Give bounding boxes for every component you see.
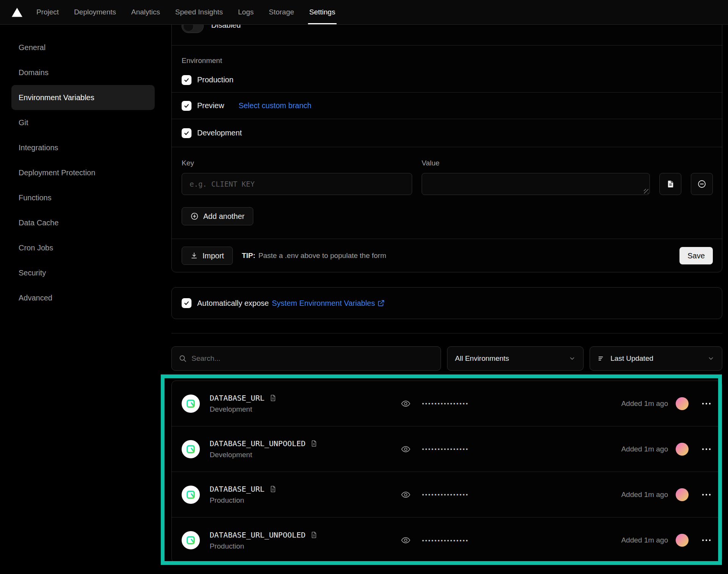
nav-tab-storage[interactable]: Storage [269, 0, 294, 24]
system-env-link-label: System Environment Variables [272, 299, 375, 308]
preview-checkbox[interactable] [182, 101, 191, 111]
row-menu-button[interactable] [699, 491, 714, 499]
sort-dropdown[interactable]: Last Updated [590, 346, 722, 371]
reveal-eye-icon[interactable] [400, 490, 411, 500]
variable-name-cell: DATABASE_URL_UNPOOLED Production [210, 530, 400, 550]
reveal-eye-icon[interactable] [400, 399, 411, 409]
nav-tab-project[interactable]: Project [36, 0, 59, 24]
environment-row-development: Development [172, 119, 723, 147]
ellipsis-icon [701, 448, 711, 451]
environment-variables-panel: Disabled Environment Production Preview … [171, 0, 723, 574]
note-icon[interactable] [310, 531, 318, 539]
masked-value: ••••••••••••••• [422, 446, 469, 452]
value-input[interactable] [422, 173, 650, 195]
minus-circle-icon [697, 179, 706, 189]
check-icon [184, 103, 190, 109]
search-input[interactable] [191, 354, 434, 363]
table-row: DATABASE_URL Production ••••••••••••••• … [172, 472, 722, 517]
neon-integration-icon [182, 395, 200, 413]
nav-tab-speed-insights[interactable]: Speed Insights [175, 0, 223, 24]
reveal-eye-icon[interactable] [400, 444, 411, 454]
sidebar-item-security[interactable]: Security [11, 260, 155, 285]
remove-row-button[interactable] [691, 173, 713, 195]
variable-environment: Production [210, 496, 400, 505]
variables-table: DATABASE_URL Development •••••••••••••••… [171, 381, 722, 563]
divider [172, 45, 723, 46]
chevron-down-icon [708, 355, 714, 362]
variable-name: DATABASE_URL [210, 393, 265, 403]
save-button[interactable]: Save [679, 247, 713, 264]
add-another-button[interactable]: Add another [182, 207, 253, 225]
variable-name: DATABASE_URL [210, 484, 265, 494]
nav-tab-deployments[interactable]: Deployments [74, 0, 116, 24]
row-menu-button[interactable] [699, 536, 714, 544]
sidebar-item-advanced[interactable]: Advanced [11, 285, 155, 310]
search-icon [179, 354, 187, 363]
check-icon [184, 77, 190, 83]
top-navigation: Project Deployments Analytics Speed Insi… [0, 0, 728, 25]
settings-sidebar: General Domains Environment Variables Gi… [0, 25, 171, 574]
environment-row-preview: Preview Select custom branch [172, 93, 723, 119]
paste-env-file-button[interactable] [659, 173, 681, 195]
row-menu-button[interactable] [699, 445, 714, 453]
sidebar-item-environment-variables[interactable]: Environment Variables [11, 85, 155, 110]
sort-icon [598, 355, 605, 362]
sidebar-item-cron-jobs[interactable]: Cron Jobs [11, 235, 155, 260]
masked-value: ••••••••••••••• [422, 537, 469, 544]
import-button[interactable]: Import [182, 247, 233, 265]
ellipsis-icon [701, 539, 711, 542]
avatar [676, 488, 689, 501]
neon-integration-icon [182, 440, 200, 458]
ellipsis-icon [701, 493, 711, 496]
select-custom-branch-link[interactable]: Select custom branch [238, 101, 311, 110]
row-meta-cell: Added 1m ago [621, 488, 714, 501]
added-timestamp: Added 1m ago [621, 536, 668, 544]
variable-name: DATABASE_URL_UNPOOLED [210, 530, 306, 539]
nav-tab-settings[interactable]: Settings [309, 0, 336, 24]
add-variable-card: Disabled Environment Production Preview … [171, 0, 722, 272]
system-env-card: Automatically expose System Environment … [171, 287, 722, 319]
key-label: Key [182, 159, 194, 167]
sidebar-item-deployment-protection[interactable]: Deployment Protection [11, 160, 155, 185]
masked-value: ••••••••••••••• [422, 400, 469, 407]
sort-value: Last Updated [610, 354, 653, 363]
import-label: Import [202, 252, 224, 260]
added-timestamp: Added 1m ago [621, 491, 668, 499]
sidebar-item-domains[interactable]: Domains [11, 60, 155, 85]
sidebar-item-data-cache[interactable]: Data Cache [11, 210, 155, 235]
variable-name-cell: DATABASE_URL Production [210, 484, 400, 505]
environment-filter-dropdown[interactable]: All Environments [447, 346, 584, 371]
added-timestamp: Added 1m ago [621, 445, 668, 453]
avatar [676, 397, 689, 410]
vercel-logo-icon[interactable] [11, 7, 23, 17]
plus-circle-icon [190, 212, 199, 220]
note-icon[interactable] [310, 439, 318, 448]
variable-name-cell: DATABASE_URL_UNPOOLED Development [210, 439, 400, 459]
nav-tab-logs[interactable]: Logs [238, 0, 254, 24]
external-link-icon [377, 299, 385, 307]
nav-tabs: Project Deployments Analytics Speed Insi… [36, 0, 335, 24]
filters-row: All Environments Last Updated [171, 346, 722, 371]
neon-integration-icon [182, 531, 200, 549]
variable-name-cell: DATABASE_URL Development [210, 393, 400, 414]
system-env-text: Automatically expose [197, 299, 269, 308]
key-input[interactable] [182, 173, 412, 195]
nav-tab-analytics[interactable]: Analytics [131, 0, 160, 24]
preview-label: Preview [197, 101, 224, 110]
masked-value: ••••••••••••••• [422, 491, 469, 498]
note-icon[interactable] [269, 485, 277, 493]
development-label: Development [197, 129, 242, 137]
sidebar-item-functions[interactable]: Functions [11, 185, 155, 210]
note-icon[interactable] [269, 394, 277, 402]
sidebar-item-integrations[interactable]: Integrations [11, 135, 155, 160]
tip-label: TIP: [242, 252, 256, 260]
system-env-link[interactable]: System Environment Variables [272, 299, 385, 308]
variable-name: DATABASE_URL_UNPOOLED [210, 439, 306, 448]
reveal-eye-icon[interactable] [400, 535, 411, 545]
row-menu-button[interactable] [699, 400, 714, 407]
development-checkbox[interactable] [182, 128, 191, 138]
system-env-checkbox[interactable] [182, 298, 191, 308]
production-checkbox[interactable] [182, 75, 191, 85]
sidebar-item-general[interactable]: General [11, 35, 155, 60]
sidebar-item-git[interactable]: Git [11, 110, 155, 135]
